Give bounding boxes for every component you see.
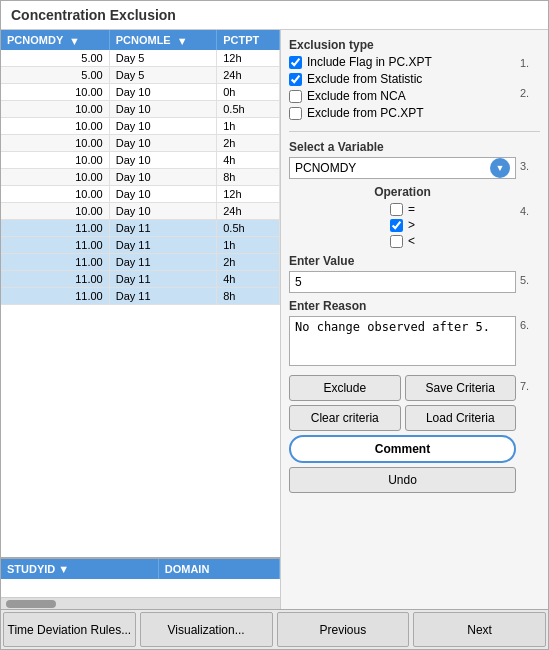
col-header-pctpt[interactable]: PCTPT	[217, 30, 280, 50]
cell-pcnomle: Day 10	[109, 152, 217, 169]
page-title: Concentration Exclusion	[11, 7, 176, 23]
cell-pcnomdy: 10.00	[1, 118, 109, 135]
cell-pcnomdy: 11.00	[1, 271, 109, 288]
exclude-button[interactable]: Exclude	[289, 375, 401, 401]
cell-pcnomle: Day 11	[109, 288, 217, 305]
cell-pcnomdy: 10.00	[1, 203, 109, 220]
cell-pcnomle: Day 10	[109, 118, 217, 135]
reason-textarea[interactable]: No change observed after 5.	[289, 316, 516, 366]
cell-pcnomdy: 10.00	[1, 135, 109, 152]
table-row[interactable]: 11.00 Day 11 8h	[1, 288, 280, 305]
table-row[interactable]: 10.00 Day 10 24h	[1, 203, 280, 220]
undo-button[interactable]: Undo	[289, 467, 516, 493]
next-button[interactable]: Next	[413, 612, 546, 647]
col-header-pcnomdy[interactable]: PCNOMDY ▼	[1, 30, 109, 50]
cell-pcnomle: Day 5	[109, 50, 217, 67]
filter-icon-studyid[interactable]: ▼	[58, 563, 69, 575]
number-6: 6.	[520, 319, 529, 331]
table-row[interactable]: 10.00 Day 10 4h	[1, 152, 280, 169]
dropdown-wrapper: PCNOMDY	[289, 157, 516, 179]
save-criteria-button[interactable]: Save Criteria	[405, 375, 517, 401]
cell-pctpt: 24h	[217, 203, 280, 220]
cell-pctpt: 1h	[217, 237, 280, 254]
cell-pcnomle: Day 11	[109, 254, 217, 271]
table-row[interactable]: 10.00 Day 10 1h	[1, 118, 280, 135]
bottom-table: STUDYID ▼ DOMAIN	[1, 559, 280, 579]
checkbox-label-exclude-pcxpt: Exclude from PC.XPT	[307, 106, 424, 120]
op-eq-label: =	[408, 202, 415, 216]
checkbox-exclude-pcxpt[interactable]	[289, 107, 302, 120]
cell-pcnomdy: 10.00	[1, 101, 109, 118]
cell-pctpt: 24h	[217, 67, 280, 84]
variable-select[interactable]: PCNOMDY	[289, 157, 516, 179]
table-row[interactable]: 11.00 Day 11 4h	[1, 271, 280, 288]
cell-pctpt: 12h	[217, 50, 280, 67]
checkbox-row-4: Exclude from PC.XPT	[289, 106, 516, 120]
visualization-button[interactable]: Visualization...	[140, 612, 273, 647]
col-header-studyid[interactable]: STUDYID ▼	[1, 559, 158, 579]
cell-pctpt: 0h	[217, 84, 280, 101]
previous-button[interactable]: Previous	[277, 612, 410, 647]
cell-pcnomle: Day 10	[109, 84, 217, 101]
filter-icon-pcnomdy[interactable]: ▼	[69, 35, 79, 45]
table-row[interactable]: 10.00 Day 10 2h	[1, 135, 280, 152]
cell-pcnomdy: 5.00	[1, 67, 109, 84]
cell-pctpt: 8h	[217, 288, 280, 305]
table-row[interactable]: 10.00 Day 10 0.5h	[1, 101, 280, 118]
title-bar: Concentration Exclusion	[1, 1, 548, 30]
number-1: 1.	[520, 57, 540, 69]
table-row[interactable]: 11.00 Day 11 1h	[1, 237, 280, 254]
table-row[interactable]: 10.00 Day 10 8h	[1, 169, 280, 186]
table-row[interactable]: 11.00 Day 11 0.5h	[1, 220, 280, 237]
checkbox-op-gt[interactable]	[390, 219, 403, 232]
time-deviation-button[interactable]: Time Deviation Rules...	[3, 612, 136, 647]
cell-pcnomdy: 11.00	[1, 288, 109, 305]
col-header-pcnomle[interactable]: PCNOMLE ▼	[109, 30, 217, 50]
table-row[interactable]: 10.00 Day 10 12h	[1, 186, 280, 203]
cell-pctpt: 2h	[217, 254, 280, 271]
clear-criteria-button[interactable]: Clear criteria	[289, 405, 401, 431]
cell-pctpt: 4h	[217, 152, 280, 169]
horizontal-scrollbar[interactable]	[1, 597, 280, 609]
number-5: 5.	[520, 274, 529, 286]
checkbox-op-lt[interactable]	[390, 235, 403, 248]
cell-pctpt: 12h	[217, 186, 280, 203]
table-container[interactable]: PCNOMDY ▼ PCNOMLE ▼ PCTPT 5.00 Day	[1, 30, 280, 557]
divider-1	[289, 131, 540, 132]
op-lt-label: <	[408, 234, 415, 248]
checkbox-label-exclude-nca: Exclude from NCA	[307, 89, 406, 103]
value-input[interactable]	[289, 271, 516, 293]
cell-pctpt: 0.5h	[217, 101, 280, 118]
checkbox-row-3: Exclude from NCA	[289, 89, 516, 103]
cell-pctpt: 2h	[217, 135, 280, 152]
bottom-table-container: STUDYID ▼ DOMAIN	[1, 557, 280, 597]
load-criteria-button[interactable]: Load Criteria	[405, 405, 517, 431]
checkbox-exclude-statistic[interactable]	[289, 73, 302, 86]
cell-pcnomle: Day 10	[109, 203, 217, 220]
checkbox-op-eq[interactable]	[390, 203, 403, 216]
checkbox-row-1: Include Flag in PC.XPT	[289, 55, 516, 69]
exclusion-type-title: Exclusion type	[289, 38, 540, 52]
comment-button[interactable]: Comment	[289, 435, 516, 463]
operation-section: = > <	[289, 202, 516, 248]
cell-pcnomdy: 5.00	[1, 50, 109, 67]
number-7: 7.	[520, 380, 529, 392]
number-3: 3.	[520, 160, 529, 172]
right-panel: Exclusion type Include Flag in PC.XPT Ex…	[281, 30, 548, 609]
col-header-domain[interactable]: DOMAIN	[158, 559, 279, 579]
checkbox-exclude-nca[interactable]	[289, 90, 302, 103]
main-container: Concentration Exclusion PCNOMDY ▼ PCNOML…	[0, 0, 549, 650]
cell-pcnomdy: 10.00	[1, 152, 109, 169]
buttons-grid: Exclude Save Criteria Clear criteria Loa…	[289, 375, 516, 493]
number-4: 4.	[520, 205, 529, 217]
checkbox-include-flag[interactable]	[289, 56, 302, 69]
cell-pcnomle: Day 11	[109, 271, 217, 288]
select-variable-title: Select a Variable	[289, 140, 516, 154]
table-row[interactable]: 10.00 Day 10 0h	[1, 84, 280, 101]
filter-icon-pcnomle[interactable]: ▼	[177, 35, 187, 45]
table-row[interactable]: 11.00 Day 11 2h	[1, 254, 280, 271]
cell-pcnomle: Day 10	[109, 135, 217, 152]
table-row[interactable]: 5.00 Day 5 12h	[1, 50, 280, 67]
scrollbar-thumb[interactable]	[6, 600, 56, 608]
table-row[interactable]: 5.00 Day 5 24h	[1, 67, 280, 84]
